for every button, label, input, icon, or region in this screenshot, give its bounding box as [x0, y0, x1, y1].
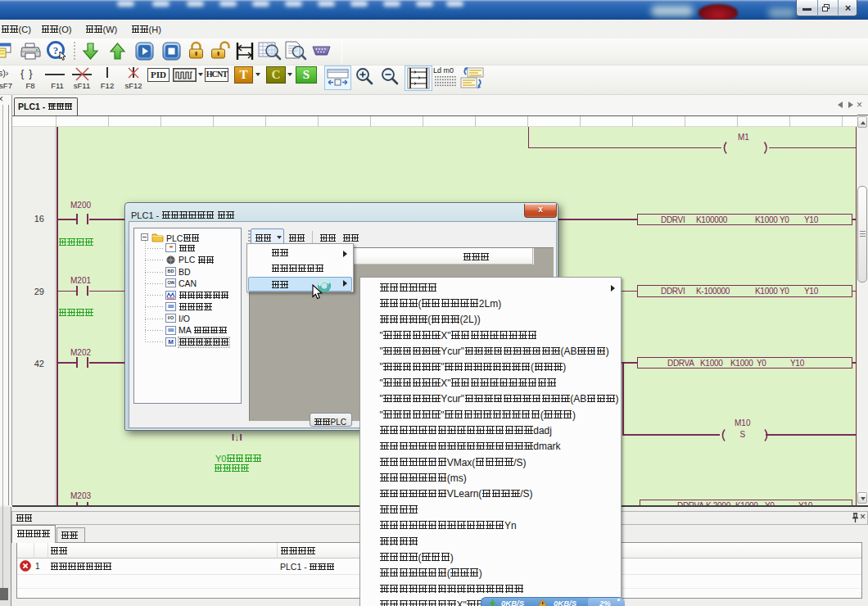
svg-text:?: ? — [53, 44, 59, 57]
